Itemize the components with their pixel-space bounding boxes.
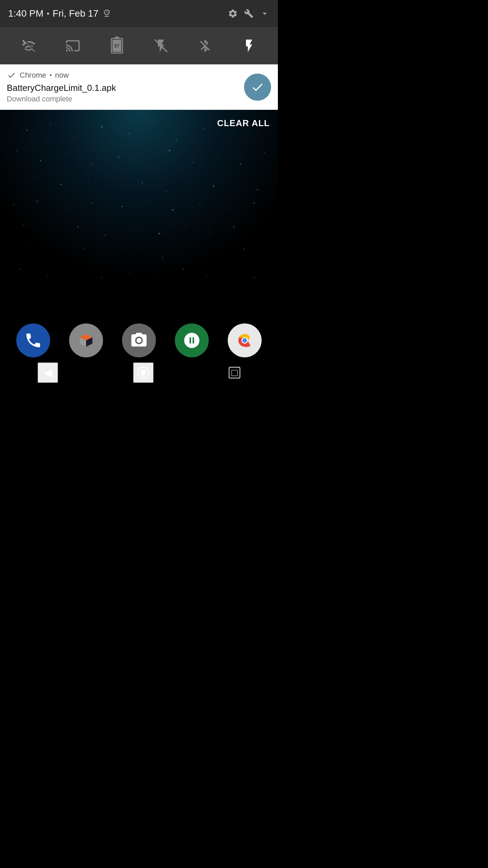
status-right (228, 8, 270, 19)
wifi-off-icon[interactable] (19, 36, 39, 56)
svg-point-11 (250, 135, 251, 136)
svg-point-9 (203, 128, 204, 129)
svg-point-36 (91, 203, 92, 204)
svg-point-38 (149, 201, 149, 202)
svg-point-61 (243, 248, 245, 250)
back-button[interactable]: ◀ (38, 362, 58, 383)
clear-all-button[interactable]: CLEAR ALL (217, 110, 278, 129)
chrome-download-icon (7, 71, 16, 80)
svg-point-54 (57, 252, 58, 253)
svg-point-31 (237, 181, 238, 181)
notification-action-button[interactable] (244, 74, 271, 101)
cast-icon[interactable] (63, 36, 83, 56)
notification-subtitle: Download complete (7, 95, 116, 103)
svg-point-37 (121, 206, 123, 207)
notification-content: Chrome • now BatteryChargeLimit_0.1.apk … (7, 71, 116, 103)
recents-button[interactable]: □ (229, 367, 240, 378)
download-complete-icon (251, 80, 264, 94)
notification-panel: Chrome • now BatteryChargeLimit_0.1.apk … (0, 64, 278, 110)
navigation-bar: ◀ □ (0, 357, 278, 388)
svg-point-30 (213, 185, 215, 187)
notification-header: Chrome • now (7, 71, 116, 80)
status-left: 1:40 PM • Fri, Feb 17 (8, 8, 111, 19)
svg-point-71 (230, 271, 231, 271)
svg-point-52 (257, 235, 258, 236)
svg-point-18 (169, 150, 170, 152)
home-button[interactable] (133, 362, 154, 383)
flashlight-off-icon[interactable] (151, 36, 171, 56)
svg-point-68 (156, 279, 156, 280)
wrench-icon (244, 9, 253, 18)
svg-point-20 (217, 155, 217, 156)
notification-time: now (55, 71, 69, 80)
svg-point-45 (77, 226, 79, 228)
svg-point-28 (166, 191, 167, 192)
svg-point-57 (139, 250, 139, 251)
settings-icon[interactable] (228, 8, 238, 19)
svg-point-39 (172, 209, 174, 211)
svg-point-41 (227, 208, 227, 209)
status-separator: • (47, 10, 49, 18)
svg-point-8 (176, 140, 177, 141)
svg-point-23 (34, 177, 34, 178)
svg-point-17 (145, 167, 146, 168)
svg-point-65 (74, 271, 75, 271)
svg-point-67 (128, 272, 129, 273)
svg-point-59 (189, 247, 190, 248)
svg-point-56 (111, 255, 113, 256)
svg-point-32 (257, 189, 258, 190)
alarm-icon (102, 9, 111, 18)
phone-app-icon[interactable] (16, 323, 50, 357)
svg-point-53 (30, 245, 31, 246)
svg-point-64 (47, 276, 48, 277)
quick-settings-bar: 87 (0, 27, 278, 64)
svg-point-13 (40, 160, 41, 161)
svg-point-72 (253, 277, 255, 278)
svg-point-43 (23, 225, 24, 226)
dropdown-icon[interactable] (260, 8, 270, 19)
svg-point-50 (210, 232, 211, 233)
svg-point-81 (141, 370, 146, 375)
svg-point-63 (20, 269, 21, 270)
status-date: Fri, Feb 17 (53, 8, 98, 19)
battery-icon[interactable]: 87 (107, 36, 127, 56)
svg-point-60 (217, 254, 217, 254)
maps-app-icon[interactable] (69, 323, 103, 357)
chrome-app-icon[interactable] (228, 323, 262, 357)
bluetooth-off-icon[interactable] (195, 36, 215, 56)
svg-point-6 (128, 133, 129, 134)
svg-point-66 (101, 277, 102, 278)
svg-point-70 (206, 276, 207, 277)
svg-point-40 (200, 204, 201, 205)
svg-point-16 (118, 157, 119, 158)
svg-point-42 (253, 202, 255, 204)
svg-point-46 (105, 235, 106, 236)
svg-point-62 (267, 255, 268, 256)
battery-value: 87 (114, 43, 120, 48)
svg-point-5 (101, 126, 103, 128)
svg-point-34 (37, 201, 38, 202)
svg-point-51 (233, 226, 235, 228)
svg-point-49 (186, 225, 187, 225)
wallpaper: CLEAR ALL (0, 110, 278, 388)
svg-point-22 (264, 152, 265, 153)
svg-point-29 (189, 179, 190, 180)
svg-point-4 (74, 137, 75, 137)
svg-point-12 (17, 150, 18, 151)
camera-app-icon[interactable] (122, 323, 156, 357)
svg-point-21 (240, 163, 241, 165)
svg-point-33 (13, 204, 14, 205)
hangouts-app-icon[interactable] (175, 323, 209, 357)
svg-point-26 (115, 188, 116, 188)
svg-point-3 (50, 123, 52, 124)
app-dock (0, 323, 278, 357)
torch-icon[interactable] (239, 36, 259, 56)
svg-point-15 (91, 164, 92, 165)
svg-point-55 (84, 248, 85, 250)
svg-point-24 (60, 184, 62, 185)
svg-point-44 (50, 232, 51, 232)
status-bar: 1:40 PM • Fri, Feb 17 (0, 0, 278, 27)
svg-point-79 (242, 338, 247, 342)
svg-point-48 (159, 233, 160, 235)
svg-point-35 (64, 208, 65, 209)
